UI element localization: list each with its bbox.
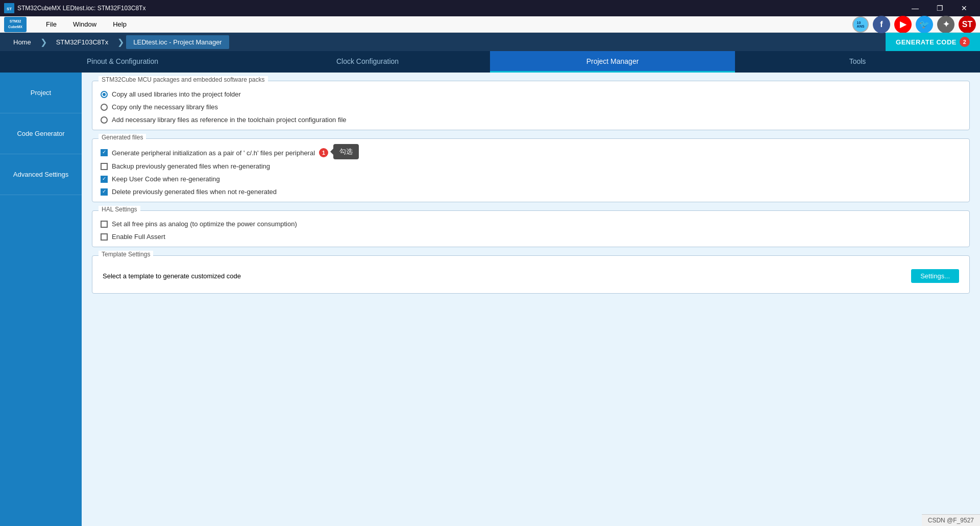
twitter-icon[interactable]: 🐦: [916, 16, 933, 33]
tooltip-container: 1 勾选: [319, 148, 328, 157]
sidebar-item-code-generator[interactable]: Code Generator: [0, 113, 82, 154]
settings-button[interactable]: Settings...: [911, 269, 959, 283]
radio-copy-necessary: [101, 104, 108, 111]
menu-file[interactable]: File: [39, 18, 64, 30]
breadcrumb-arrow-2: ❯: [117, 37, 124, 47]
mcu-packages-options: Copy all used libraries into the project…: [101, 90, 961, 124]
tooltip-popup: 勾选: [333, 144, 359, 159]
hal-settings-options: Set all free pins as analog (to optimize…: [101, 220, 961, 241]
mcu-packages-label: STM32Cube MCU packages and embedded soft…: [99, 76, 268, 83]
sidebar-item-project[interactable]: Project: [0, 73, 82, 113]
generate-code-button[interactable]: GENERATE CODE 2: [886, 33, 980, 51]
breadcrumb-home[interactable]: Home: [6, 35, 38, 49]
checkbox-generate-peripheral[interactable]: Generate peripheral initialization as a …: [101, 148, 961, 157]
hal-settings-label: HAL Settings: [99, 206, 140, 213]
restore-button[interactable]: ❐: [928, 0, 951, 16]
tab-pinout[interactable]: Pinout & Configuration: [0, 51, 245, 73]
cb-delete-prev: [101, 188, 108, 196]
template-description: Select a template to generate customized…: [103, 272, 241, 280]
window-controls: — ❐ ✕: [903, 0, 976, 16]
close-button[interactable]: ✕: [952, 0, 976, 16]
network-icon[interactable]: ✦: [937, 16, 954, 33]
titlebar: ST STM32CubeMX LEDtest.ioc: STM32F103C8T…: [0, 0, 980, 16]
tooltip-badge[interactable]: 1: [319, 148, 328, 157]
svg-text:ST: ST: [7, 7, 12, 11]
menu-window[interactable]: Window: [66, 18, 104, 30]
tab-project-manager[interactable]: Project Manager: [490, 51, 735, 73]
cb-generate-peripheral: [101, 149, 108, 156]
breadcrumb-arrow-1: ❯: [40, 37, 47, 47]
st-icon[interactable]: ST: [959, 16, 976, 33]
menu-help[interactable]: Help: [106, 18, 134, 30]
svg-text:STM32: STM32: [10, 19, 21, 23]
mcu-option-copy-necessary[interactable]: Copy only the necessary library files: [101, 103, 961, 111]
hal-settings-section: HAL Settings Set all free pins as analog…: [92, 210, 970, 247]
youtube-icon[interactable]: ▶: [894, 16, 912, 33]
menubar: STM32 CubeMX File Window Help 10ANS f ▶ …: [0, 16, 980, 33]
cb-keep-user-code: [101, 176, 108, 183]
content-area: STM32Cube MCU packages and embedded soft…: [82, 73, 980, 526]
template-row: Select a template to generate customized…: [101, 265, 961, 287]
generated-files-options: Generate peripheral initialization as a …: [101, 148, 961, 196]
minimize-button[interactable]: —: [903, 0, 927, 16]
app-logo-bar: STM32 CubeMX: [4, 17, 27, 32]
radio-copy-all: [101, 91, 108, 98]
template-settings-label: Template Settings: [99, 251, 153, 258]
checkbox-delete-prev[interactable]: Delete previously generated files when n…: [101, 188, 961, 196]
breadcrumb: Home ❯ STM32F103C8Tx ❯ LEDtest.ioc - Pro…: [0, 33, 980, 51]
footer-text: CSDN @F_9527: [928, 517, 974, 524]
checkbox-backup[interactable]: Backup previously generated files when r…: [101, 162, 961, 170]
checkbox-full-assert[interactable]: Enable Full Assert: [101, 233, 961, 241]
checkbox-keep-user-code[interactable]: Keep User Code when re-generating: [101, 175, 961, 183]
window-title: STM32CubeMX LEDtest.ioc: STM32F103C8Tx: [17, 5, 145, 12]
svg-text:CubeMX: CubeMX: [8, 25, 22, 29]
tab-clock[interactable]: Clock Configuration: [245, 51, 490, 73]
facebook-icon[interactable]: f: [873, 16, 890, 33]
cb-full-assert: [101, 233, 108, 241]
breadcrumb-current[interactable]: LEDtest.ioc - Project Manager: [126, 35, 229, 49]
cb-backup: [101, 163, 108, 170]
anniversary-badge: 10ANS: [852, 16, 869, 33]
tab-tools[interactable]: Tools: [735, 51, 980, 73]
mcu-option-copy-all[interactable]: Copy all used libraries into the project…: [101, 90, 961, 98]
social-icons-bar: 10ANS f ▶ 🐦 ✦ ST: [852, 16, 976, 33]
generated-files-section: Generated files Generate peripheral init…: [92, 138, 970, 202]
mcu-packages-section: STM32Cube MCU packages and embedded soft…: [92, 81, 970, 130]
footer: CSDN @F_9527: [922, 514, 980, 526]
app-logo: ST: [4, 3, 14, 13]
generated-files-label: Generated files: [99, 134, 146, 141]
breadcrumb-mcu[interactable]: STM32F103C8Tx: [49, 35, 116, 49]
generate-badge: 2: [960, 37, 970, 47]
template-settings-section: Template Settings Select a template to g…: [92, 255, 970, 294]
cb-free-pins: [101, 221, 108, 228]
radio-add-reference: [101, 116, 108, 124]
checkbox-free-pins[interactable]: Set all free pins as analog (to optimize…: [101, 220, 961, 228]
mcu-option-add-reference[interactable]: Add necessary library files as reference…: [101, 116, 961, 124]
sidebar: Project Code Generator Advanced Settings: [0, 73, 82, 526]
main-layout: Project Code Generator Advanced Settings…: [0, 73, 980, 526]
tabbar: Pinout & Configuration Clock Configurati…: [0, 51, 980, 73]
sidebar-item-advanced-settings[interactable]: Advanced Settings: [0, 154, 82, 195]
